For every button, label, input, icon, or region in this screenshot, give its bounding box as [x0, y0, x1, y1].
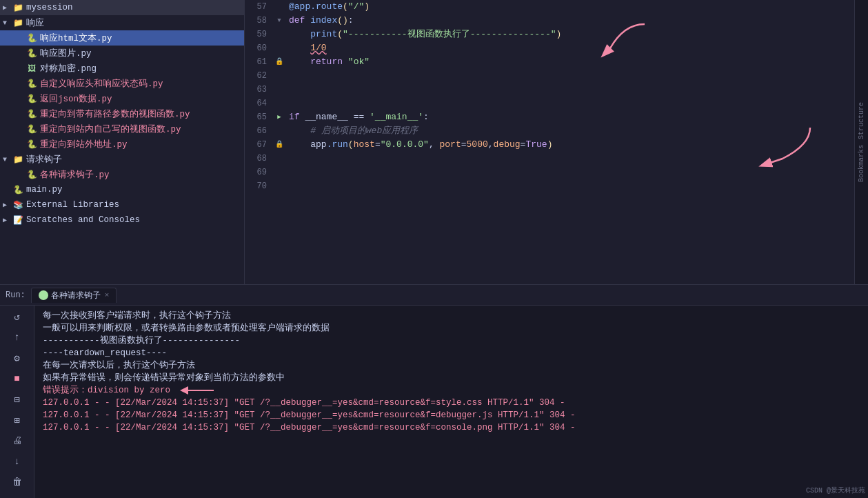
python-file-icon: 🐍	[12, 184, 23, 195]
collapse-button[interactable]: ⊟	[9, 391, 26, 408]
sidebar-item-main[interactable]: 🐍 main.py	[0, 182, 244, 197]
code-line-57: 57 @app.route("/")	[245, 0, 854, 14]
sidebar: ▶ 📁 mysession ▼ 📁 响应 🐍 响应html文本.py 🐍 响应图…	[0, 0, 245, 284]
code-line-66: 66 # 启动项目的web应用程序	[245, 124, 854, 138]
run-sidebar: ↺ ↑ ⚙ ■ ⊟ ⊞ 🖨 ↓ 🗑	[0, 306, 34, 498]
code-line-62: 62	[245, 69, 854, 83]
sidebar-item-label: 响应	[26, 17, 44, 29]
console-error-log-2: 127.0.0.1 - - [22/Mar/2024 14:15:37] "GE…	[43, 409, 860, 421]
chevron-right-icon: ▶	[3, 3, 12, 12]
scroll-up-button[interactable]: ↑	[9, 329, 26, 346]
sidebar-item-label: 返回json数据.py	[40, 93, 112, 105]
python-file-icon: 🐍	[26, 78, 37, 89]
sidebar-item-hooks[interactable]: 🐍 各种请求钩子.py	[0, 167, 244, 182]
sidebar-item-label: main.py	[26, 185, 63, 195]
code-line-68: 68	[245, 152, 854, 166]
sidebar-item-label: 各种请求钩子.py	[40, 169, 110, 181]
sidebar-content: ▶ 📁 mysession ▼ 📁 响应 🐍 响应html文本.py 🐍 响应图…	[0, 0, 244, 284]
line-number: 57	[245, 0, 272, 14]
line-code: 1/0	[286, 41, 854, 55]
chevron-down-icon: ▼	[3, 156, 12, 163]
code-line-58: 58 ▼ def index():	[245, 14, 854, 28]
sidebar-item-label: mysession	[26, 3, 73, 12]
python-file-icon: 🐍	[26, 93, 37, 104]
right-side-labels: Structure Bookmarks	[854, 0, 868, 284]
line-code: def index():	[286, 14, 854, 28]
sidebar-item-redirect1[interactable]: 🐍 重定向到带有路径参数的视图函数.py	[0, 106, 244, 121]
clear-button[interactable]: 🗑	[9, 474, 26, 490]
folder-icon: 📁	[12, 17, 23, 28]
editor-area: 57 @app.route("/") 58 ▼ def index(): 59 …	[245, 0, 854, 284]
sidebar-item-yingying[interactable]: ▼ 📁 响应	[0, 15, 244, 30]
code-content[interactable]: 57 @app.route("/") 58 ▼ def index(): 59 …	[245, 0, 854, 284]
run-tab[interactable]: 各种请求钩子 ×	[31, 288, 117, 303]
line-gutter: ▼	[272, 14, 286, 28]
console-output[interactable]: 每一次接收到客户端请求时，执行这个钩子方法 一般可以用来判断权限，或者转换路由参…	[34, 306, 868, 498]
main-area: ▶ 📁 mysession ▼ 📁 响应 🐍 响应html文本.py 🐍 响应图…	[0, 0, 868, 284]
chevron-right-icon: ▶	[3, 201, 12, 209]
console-error-log-1: 127.0.0.1 - - [22/Mar/2024 14:15:37] "GE…	[43, 397, 860, 409]
run-tab-label: 各种请求钩子	[51, 290, 101, 301]
console-line: -----------视图函数执行了---------------	[43, 335, 860, 347]
sidebar-item-label: 响应html文本.py	[40, 32, 112, 44]
console-line: 每一次接收到客户端请求时，执行这个钩子方法	[43, 310, 860, 322]
sidebar-item-mysession[interactable]: ▶ 📁 mysession	[0, 0, 244, 15]
line-number: 65	[245, 110, 272, 124]
line-gutter: ▶	[272, 110, 286, 124]
code-line-64: 64	[245, 97, 854, 110]
line-number: 62	[245, 69, 272, 83]
line-code: print("-----------视图函数执行了---------------…	[286, 28, 854, 41]
settings-button[interactable]: ⚙	[9, 350, 26, 366]
scroll-down-button[interactable]: ↓	[9, 453, 26, 470]
sidebar-item-ext[interactable]: ▶ 📚 External Libraries	[0, 197, 244, 212]
sidebar-item-png[interactable]: 🖼 对称加密.png	[0, 61, 244, 76]
line-code: @app.route("/")	[286, 0, 854, 14]
code-line-61: 61 🔒 return "ok"	[245, 55, 854, 69]
line-number: 68	[245, 152, 272, 166]
line-gutter: 🔒	[272, 55, 286, 69]
folder-icon: 📁	[12, 154, 23, 165]
structure-label[interactable]: Structure	[858, 99, 865, 142]
console-error-line: 错误提示：division by zero	[43, 384, 860, 397]
expand-button[interactable]: ⊞	[9, 412, 26, 428]
error-left-arrow	[176, 384, 217, 397]
stop-button[interactable]: ■	[9, 370, 26, 387]
line-number: 67	[245, 138, 272, 152]
sidebar-item-label: External Libraries	[26, 200, 119, 210]
sidebar-item-json[interactable]: 🐍 返回json数据.py	[0, 91, 244, 106]
sidebar-item-qiuzi[interactable]: ▼ 📁 请求钩子	[0, 152, 244, 167]
bookmarks-label[interactable]: Bookmarks	[858, 142, 865, 185]
sidebar-item-redirect3[interactable]: 🐍 重定向到站外地址.py	[0, 137, 244, 152]
bottom-panel: Run: 各种请求钩子 × ↺ ↑ ⚙ ■ ⊟ ⊞ 🖨 ↓ 🗑 每一次接收到客户…	[0, 284, 868, 498]
python-file-icon: 🐍	[26, 32, 37, 43]
sidebar-item-label: 重定向到站外地址.py	[40, 139, 128, 150]
code-line-69: 69	[245, 166, 854, 179]
run-tab-icon	[39, 290, 48, 300]
run-tab-bar: Run: 各种请求钩子 ×	[0, 285, 868, 306]
line-number: 70	[245, 179, 272, 193]
library-icon: 📚	[12, 199, 23, 210]
console-error-log-3: 127.0.0.1 - - [22/Mar/2024 14:15:37] "GE…	[43, 421, 860, 434]
line-number: 61	[245, 55, 272, 69]
sidebar-item-scratches[interactable]: ▶ 📝 Scratches and Consoles	[0, 212, 244, 228]
line-number: 60	[245, 41, 272, 55]
scratch-icon: 📝	[12, 215, 23, 226]
sidebar-item-yingying-html[interactable]: 🐍 响应html文本.py	[0, 30, 244, 46]
code-line-65: 65 ▶ if __name__ == '__main__':	[245, 110, 854, 124]
watermark: CSDN @景天科技苑	[806, 486, 865, 495]
python-file-icon: 🐍	[26, 123, 37, 135]
console-line: 一般可以用来判断权限，或者转换路由参数或者预处理客户端请求的数据	[43, 322, 860, 335]
rerun-button[interactable]: ↺	[9, 308, 26, 325]
sidebar-item-yingying-img[interactable]: 🐍 响应图片.py	[0, 46, 244, 61]
code-line-67: 67 🔒 app.run(host="0.0.0.0", port=5000,d…	[245, 138, 854, 152]
sidebar-item-label: 请求钩子	[26, 154, 62, 166]
sidebar-item-custom[interactable]: 🐍 自定义响应头和响应状态码.py	[0, 76, 244, 91]
run-tab-close[interactable]: ×	[105, 291, 110, 299]
print-button[interactable]: 🖨	[9, 432, 26, 449]
console-line: 在每一次请求以后，执行这个钩子方法	[43, 359, 860, 372]
line-number: 66	[245, 124, 272, 138]
console-line: 如果有异常错误，则会传递错误异常对象到当前方法的参数中	[43, 372, 860, 384]
sidebar-item-redirect2[interactable]: 🐍 重定向到站内自己写的视图函数.py	[0, 121, 244, 137]
sidebar-item-label: 重定向到带有路径参数的视图函数.py	[40, 108, 190, 120]
line-number: 58	[245, 14, 272, 28]
